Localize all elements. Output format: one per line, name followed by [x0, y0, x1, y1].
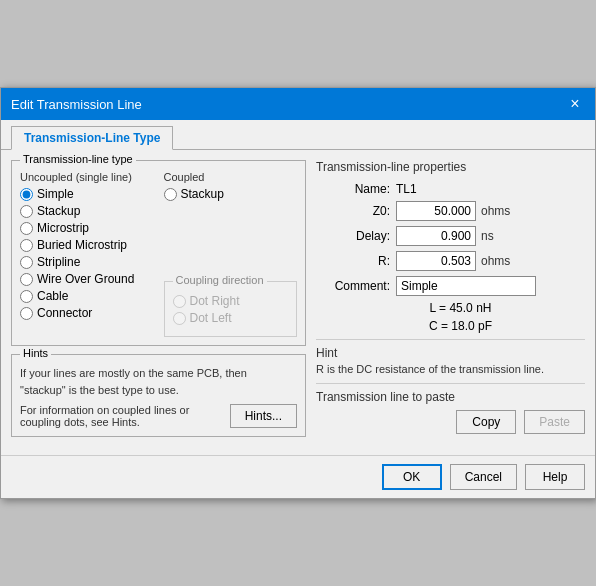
z0-label: Z0:: [316, 204, 396, 218]
tab-transmission-line-type[interactable]: Transmission-Line Type: [11, 126, 173, 150]
paste-section: Transmission line to paste Copy Paste: [316, 383, 585, 434]
dialog: Edit Transmission Line × Transmission-Li…: [0, 87, 596, 499]
coupling-direction-title: Coupling direction: [173, 274, 267, 286]
comment-label: Comment:: [316, 279, 396, 293]
name-value: TL1: [396, 182, 417, 196]
hint-content: R is the DC resistance of the transmissi…: [316, 363, 585, 375]
uncoupled-column: Uncoupled (single line) Simple Stackup M…: [20, 171, 154, 337]
right-panel: Transmission-line properties Name: TL1 Z…: [316, 160, 585, 445]
bottom-bar: OK Cancel Help: [1, 455, 595, 498]
group-title: Transmission-line type: [20, 153, 136, 165]
comment-input[interactable]: [396, 276, 536, 296]
transmission-line-type-group: Transmission-line type Uncoupled (single…: [11, 160, 306, 346]
z0-row: Z0: ohms: [316, 201, 585, 221]
delay-input[interactable]: [396, 226, 476, 246]
delay-label: Delay:: [316, 229, 396, 243]
dialog-title: Edit Transmission Line: [11, 97, 142, 112]
paste-buttons: Copy Paste: [316, 410, 585, 434]
uncoupled-title: Uncoupled (single line): [20, 171, 154, 183]
radio-stackup[interactable]: Stackup: [20, 204, 154, 218]
coupling-options: Dot Right Dot Left: [173, 294, 289, 325]
close-button[interactable]: ×: [565, 94, 585, 114]
radio-dot-left[interactable]: Dot Left: [173, 311, 289, 325]
coupling-direction-box: Coupling direction Dot Right Dot Left: [164, 281, 298, 337]
coupled-title: Coupled: [164, 171, 298, 183]
derived-c: C = 18.0 pF: [316, 319, 585, 333]
title-bar: Edit Transmission Line ×: [1, 88, 595, 120]
z0-input[interactable]: [396, 201, 476, 221]
cancel-button[interactable]: Cancel: [450, 464, 517, 490]
delay-unit: ns: [481, 229, 494, 243]
hints-footer: For information on coupled lines or coup…: [20, 404, 297, 428]
radio-connector[interactable]: Connector: [20, 306, 154, 320]
r-input[interactable]: [396, 251, 476, 271]
coupled-column: Coupled Stackup Coupling direction: [164, 171, 298, 337]
z0-unit: ohms: [481, 204, 510, 218]
hint-section: Hint R is the DC resistance of the trans…: [316, 339, 585, 375]
name-row: Name: TL1: [316, 182, 585, 196]
radio-buried-microstrip[interactable]: Buried Microstrip: [20, 238, 154, 252]
copy-button[interactable]: Copy: [456, 410, 516, 434]
hints-title: Hints: [20, 347, 51, 359]
paste-button[interactable]: Paste: [524, 410, 585, 434]
left-panel: Transmission-line type Uncoupled (single…: [11, 160, 306, 445]
r-unit: ohms: [481, 254, 510, 268]
r-label: R:: [316, 254, 396, 268]
radio-simple[interactable]: Simple: [20, 187, 154, 201]
hints-text: If your lines are mostly on the same PCB…: [20, 365, 297, 398]
radio-coupled-stackup[interactable]: Stackup: [164, 187, 298, 201]
radio-microstrip[interactable]: Microstrip: [20, 221, 154, 235]
name-label: Name:: [316, 182, 396, 196]
comment-row: Comment:: [316, 276, 585, 296]
ok-button[interactable]: OK: [382, 464, 442, 490]
help-button[interactable]: Help: [525, 464, 585, 490]
props-title: Transmission-line properties: [316, 160, 585, 174]
hints-footer-text: For information on coupled lines or coup…: [20, 404, 230, 428]
radio-wire-over-ground[interactable]: Wire Over Ground: [20, 272, 154, 286]
tab-bar: Transmission-Line Type: [1, 120, 595, 150]
dialog-body: Transmission-line type Uncoupled (single…: [1, 150, 595, 455]
hint-label: Hint: [316, 346, 585, 360]
radio-cable[interactable]: Cable: [20, 289, 154, 303]
derived-l: L = 45.0 nH: [316, 301, 585, 315]
paste-title: Transmission line to paste: [316, 390, 585, 404]
delay-row: Delay: ns: [316, 226, 585, 246]
hints-box: Hints If your lines are mostly on the sa…: [11, 354, 306, 437]
hints-button[interactable]: Hints...: [230, 404, 297, 428]
radio-dot-right[interactable]: Dot Right: [173, 294, 289, 308]
r-row: R: ohms: [316, 251, 585, 271]
type-columns: Uncoupled (single line) Simple Stackup M…: [20, 171, 297, 337]
radio-stripline[interactable]: Stripline: [20, 255, 154, 269]
